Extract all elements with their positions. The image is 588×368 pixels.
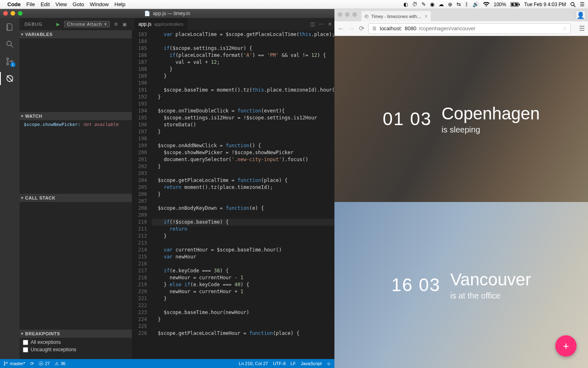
page-info-icon[interactable]: 🗎 [372, 25, 377, 31]
battery-icon[interactable] [510, 2, 520, 7]
sync-icon[interactable]: ⟳ [30, 361, 34, 366]
forward-button[interactable]: → [348, 25, 355, 32]
city-pane-vancouver[interactable]: 16 03 Vancouver is at the office [334, 202, 588, 368]
gear-icon[interactable]: ⚙ [114, 22, 118, 27]
browser-tab[interactable]: ◴ Timey - timezones with a h × [361, 11, 431, 21]
menubar-icon[interactable]: ◐ [403, 1, 408, 7]
watch-section-header[interactable]: ▾WATCH [20, 112, 132, 120]
menubar-icon[interactable]: ⊕ [448, 1, 452, 7]
variables-section-header[interactable]: ▾VARIABLES [20, 30, 132, 38]
notification-center-icon[interactable]: ☰ [580, 1, 585, 7]
maximize-button[interactable] [352, 12, 357, 17]
checkbox[interactable] [23, 347, 28, 352]
git-branch[interactable]: master* [3, 361, 25, 366]
profile-button[interactable]: 👤 [576, 11, 586, 20]
breakpoint-uncaught-exceptions[interactable]: Uncaught exceptions [23, 346, 129, 353]
svg-point-12 [4, 361, 5, 363]
app-menu[interactable]: Code [7, 1, 21, 7]
debug-icon[interactable] [5, 74, 15, 83]
close-tab-icon[interactable]: ✕ [328, 21, 332, 27]
wifi-icon[interactable] [483, 2, 490, 7]
editor-area: app.js app/controllers ◫ ⋯ ✕ 18318418518… [132, 18, 334, 359]
menu-goto[interactable]: Goto [73, 1, 84, 7]
start-debug-button[interactable]: ▶ [56, 22, 60, 27]
svg-rect-1 [519, 4, 520, 5]
feedback-icon[interactable]: ☺ [327, 361, 331, 366]
activity-bar: 1 [0, 18, 20, 359]
code-editor[interactable]: 1831841851861871881891901911921931941951… [132, 30, 334, 359]
split-editor-icon[interactable]: ◫ [310, 21, 315, 27]
close-tab-icon[interactable]: × [425, 13, 428, 19]
tab-favicon: ◴ [365, 13, 369, 19]
debug-toolbar: DEBUG ▶ Chrome Attach ▾ ⚙ ▣ [20, 18, 132, 30]
svg-line-4 [574, 5, 575, 7]
city-name: Vancouver [450, 270, 531, 289]
reload-button[interactable]: ⟳ [359, 25, 364, 32]
watch-expression[interactable]: $scope.showNewPicker: [24, 122, 80, 127]
city-status: is sleeping [441, 125, 540, 135]
city-pane-copenhagen[interactable]: 01 03 Copenhagen is sleeping [334, 36, 588, 202]
page-content: 01 03 Copenhagen is sleeping 16 03 Vanco… [334, 36, 588, 368]
battery-percent: 100% [494, 2, 506, 7]
variables-section [20, 38, 132, 112]
menu-file[interactable]: File [27, 1, 35, 7]
editor-tab-app-js[interactable]: app.js app/controllers [134, 18, 187, 30]
svg-point-8 [7, 63, 9, 65]
back-button[interactable]: ← [338, 25, 344, 32]
bluetooth-icon[interactable]: ᛒ [465, 1, 468, 7]
breakpoints-section-header[interactable]: ▾BREAKPOINTS [20, 330, 132, 338]
menubar-icon[interactable]: ◉ [430, 1, 434, 7]
chrome-window: ◴ Timey - timezones with a h × 👤 ← → ⟳ 🗎… [334, 9, 588, 368]
add-city-fab[interactable]: + [555, 335, 577, 357]
warnings-count[interactable]: ⚠ 36 [55, 361, 65, 366]
menubar-icon[interactable]: ⏱ [412, 1, 417, 7]
tab-title: Timey - timezones with a h [371, 14, 422, 19]
close-button[interactable] [3, 11, 8, 16]
debug-console-icon[interactable]: ▣ [122, 22, 127, 27]
minimize-button[interactable] [11, 11, 15, 16]
close-button[interactable] [338, 12, 342, 17]
city-status: is at the office [450, 291, 531, 301]
explorer-icon[interactable] [5, 22, 15, 32]
maximize-button[interactable] [18, 11, 22, 16]
vscode-titlebar[interactable]: 📄app.js — timey.in [0, 9, 334, 18]
debug-config-select[interactable]: Chrome Attach ▾ [64, 21, 110, 27]
eol[interactable]: LF [291, 361, 296, 366]
breakpoints-section: All exceptions Uncaught exceptions [20, 338, 132, 359]
svg-line-6 [11, 45, 13, 48]
menu-window[interactable]: Window [90, 1, 109, 7]
menubar-icon[interactable]: ⇆ [457, 1, 461, 7]
svg-point-13 [4, 364, 5, 366]
cursor-position[interactable]: Ln 210, Col 27 [239, 361, 268, 366]
encoding[interactable]: UTF-8 [273, 361, 285, 366]
volume-icon[interactable]: 🔊 [472, 1, 479, 7]
debug-sidebar: DEBUG ▶ Chrome Attach ▾ ⚙ ▣ ▾VARIABLES ▾… [20, 18, 132, 359]
menu-edit[interactable]: Edit [40, 1, 49, 7]
chrome-toolbar: ← → ⟳ 🗎 localhost:8080/copenhagen/vancou… [334, 21, 588, 36]
window-controls [3, 11, 22, 16]
source-control-icon[interactable]: 1 [5, 56, 15, 66]
language-mode[interactable]: JavaScript [301, 361, 321, 366]
editor-tabs: app.js app/controllers ◫ ⋯ ✕ [132, 18, 334, 30]
minimize-button[interactable] [345, 12, 350, 17]
menubar-clock[interactable]: Tue Feb 9 4:03 PM [524, 2, 566, 7]
callstack-section [20, 202, 132, 330]
menu-view[interactable]: View [56, 1, 67, 7]
scm-badge: 1 [10, 62, 16, 67]
status-bar: master* ⟳ ⓧ 27 ⚠ 36 Ln 210, Col 27 UTF-8… [0, 359, 334, 368]
search-icon[interactable] [5, 39, 15, 49]
address-bar[interactable]: 🗎 localhost:8080/copenhagen/vancouver ☆ [368, 23, 571, 34]
menu-help[interactable]: Help [114, 1, 125, 7]
chrome-menu-icon[interactable]: ☰ [579, 25, 585, 32]
spotlight-icon[interactable] [570, 2, 576, 7]
chrome-tab-strip: ◴ Timey - timezones with a h × 👤 [334, 9, 588, 21]
more-actions-icon[interactable]: ⋯ [319, 21, 324, 27]
breakpoint-all-exceptions[interactable]: All exceptions [23, 339, 129, 346]
evernote-icon[interactable]: ✎ [421, 1, 426, 7]
menubar-icon[interactable]: ☁ [439, 1, 444, 7]
bookmark-icon[interactable]: ☆ [562, 25, 567, 31]
callstack-section-header[interactable]: ▾CALL STACK [20, 194, 132, 202]
errors-count[interactable]: ⓧ 27 [39, 361, 50, 367]
city-time: 01 03 [383, 109, 432, 129]
checkbox[interactable] [23, 340, 28, 345]
